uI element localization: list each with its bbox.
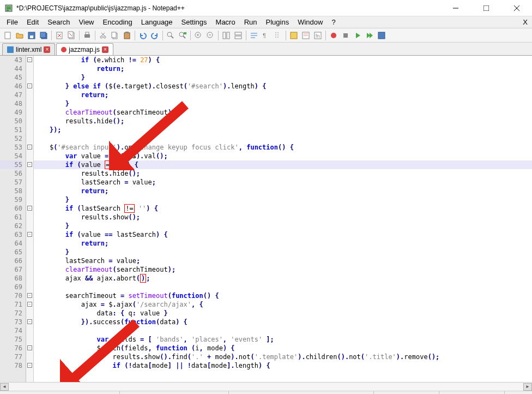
redo-icon[interactable] [149,30,160,41]
maximize-button[interactable] [475,1,497,16]
fold-toggle[interactable]: − [27,232,32,237]
wrap-icon[interactable] [249,30,259,41]
fold-toggle[interactable]: − [27,162,32,167]
menu-?[interactable]: ? [327,17,340,27]
code-line[interactable]: data: { q: value } [34,309,532,318]
code-line[interactable]: if (value == lastSearch) { [34,230,532,239]
fold-toggle[interactable]: − [27,57,32,62]
code-line[interactable]: results.hide(); [34,169,532,178]
new-file-icon[interactable] [2,30,13,41]
code-line[interactable]: $.each(fields, function (i, mode) { [34,344,532,353]
fold-toggle[interactable]: − [27,319,32,324]
code-line[interactable]: clearTimeout(searchTimeout); [34,108,532,117]
minimize-button[interactable] [445,1,467,16]
save-icon[interactable] [26,30,37,41]
menu-encoding[interactable]: Encoding [99,17,137,27]
menu-view[interactable]: View [75,17,99,27]
replace-icon[interactable] [177,30,188,41]
zoom-in-icon[interactable] [193,30,204,41]
fold-toggle[interactable]: − [27,363,32,368]
fold-toggle[interactable]: − [27,345,32,350]
code-line[interactable]: var fields = [ 'bands', 'places', 'event… [34,335,532,344]
tab-jazzmap-js[interactable]: jazzmap.js × [56,43,113,55]
code-line[interactable]: } [34,248,532,256]
fold-toggle[interactable]: − [27,145,32,150]
code-line[interactable]: results.show().find('.' + mode).not('.te… [34,353,532,361]
menu-file[interactable]: File [2,17,22,27]
code-line[interactable]: results.show(); [34,213,532,222]
print-icon[interactable] [82,30,93,41]
play-multi-icon[interactable] [364,30,375,41]
code-line[interactable]: if (!data[mode] || !data[mode].length) { [34,361,532,370]
code-line[interactable]: } [34,99,532,108]
close-all-icon[interactable] [66,30,77,41]
menu-window[interactable]: Window [293,17,327,27]
menu-run[interactable]: Run [240,17,262,27]
close-button[interactable] [506,1,528,16]
code-line[interactable]: } [34,222,532,230]
code-line[interactable]: ajax && ajax.abort(); [34,274,532,283]
record-icon[interactable] [328,30,339,41]
code-line[interactable]: }); [34,126,532,134]
code-line[interactable]: if (lastSearch != '') { [34,204,532,213]
func-list-icon[interactable]: fn [312,30,323,41]
code-line[interactable]: var value = $(this).val(); [34,152,532,160]
code-line[interactable]: } [34,195,532,204]
undo-icon[interactable] [137,30,148,41]
all-chars-icon[interactable]: ¶ [261,30,271,41]
cut-icon[interactable] [98,30,108,41]
tab-close-icon[interactable]: × [102,46,108,53]
code-line[interactable]: ajax = $.ajax('/search/ajax', { [34,300,532,309]
scroll-left-icon[interactable]: ◄ [0,383,9,391]
stop-icon[interactable] [340,30,351,41]
copy-icon[interactable] [110,30,120,41]
save-macro-icon[interactable] [376,30,387,41]
fold-toggle[interactable]: − [27,83,32,88]
doc-map-icon[interactable] [300,30,311,41]
code-line[interactable]: results.hide(); [34,117,532,126]
scroll-right-icon[interactable]: ► [523,383,532,391]
lang-icon[interactable] [288,30,299,41]
code-line[interactable]: return; [34,187,532,195]
menu-plugins[interactable]: Plugins [262,17,294,27]
code-line[interactable] [34,283,532,291]
save-all-icon[interactable] [38,30,49,41]
code-line[interactable]: lastSearch = value; [34,256,532,265]
status-encoding[interactable]: UTF-8 [439,391,505,394]
horizontal-scrollbar[interactable]: ◄ ► [0,382,532,391]
code-line[interactable]: } else if ($(e.target).closest('#search'… [34,82,532,91]
menu-edit[interactable]: Edit [22,17,43,27]
fold-column[interactable]: −−−−−−−−−−− [26,56,34,382]
code-line[interactable]: return; [34,64,532,73]
fold-toggle[interactable]: − [27,206,32,211]
menu-search[interactable]: Search [43,17,74,27]
menu-settings[interactable]: Settings [177,17,211,27]
code-line[interactable] [34,326,532,335]
code-line[interactable]: if (value == '') { [34,160,532,169]
code-line[interactable]: searchTimeout = setTimeout(function() { [34,291,532,300]
sync-v-icon[interactable] [221,30,232,41]
code-area[interactable]: if (e.which != 27) { return; } } else if… [34,56,532,382]
open-file-icon[interactable] [14,30,25,41]
editor[interactable]: 4344454647484950515253545556575859606162… [0,56,532,382]
menu-close-x[interactable]: X [523,18,528,26]
close-file-icon[interactable] [54,30,65,41]
status-eol[interactable]: UNIX [374,391,439,394]
fold-toggle[interactable]: − [27,293,32,298]
code-line[interactable]: lastSearch = value; [34,178,532,187]
code-line[interactable]: clearTimeout(searchTimeout); [34,265,532,274]
scroll-track[interactable] [9,383,523,391]
fold-toggle[interactable]: − [27,302,32,307]
menu-macro[interactable]: Macro [211,17,240,27]
code-line[interactable]: }).success(function(data) { [34,318,532,326]
code-line[interactable]: $('#search input').on('change keyup focu… [34,143,532,152]
code-line[interactable] [34,134,532,143]
tab-close-icon[interactable]: × [44,46,50,53]
code-line[interactable]: return; [34,239,532,248]
find-icon[interactable] [165,30,176,41]
menu-language[interactable]: Language [137,17,177,27]
tab-linter-xml[interactable]: linter.xml × [2,43,55,55]
code-line[interactable]: if (e.which != 27) { [34,56,532,64]
paste-icon[interactable] [122,30,132,41]
code-line[interactable]: } [34,73,532,82]
